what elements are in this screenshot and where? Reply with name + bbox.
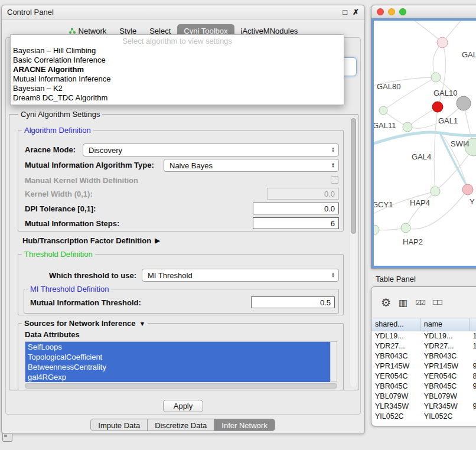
attribute-item[interactable]: gal4RGexp [25,372,330,382]
column-header-name[interactable]: name [420,318,470,331]
table-row[interactable]: YBR043CYBR043C [371,351,476,361]
which-threshold-combobox[interactable]: MI Threshold ▲▼ [142,269,339,282]
network-graph[interactable]: GAL80GAL10GAL11GAL1SWI4GAL4GCY1HAP4HAP2G… [374,21,476,267]
network-canvas[interactable]: GAL80GAL10GAL11GAL1SWI4GAL4GCY1HAP4HAP2G… [371,18,476,268]
data-attribute-list[interactable]: SelfLoopsTopologicalCoefficientBetweenne… [25,341,337,381]
close-button[interactable] [377,8,384,15]
table-cell[interactable]: YER054C [371,371,420,381]
table-cell[interactable]: YBR043C [420,351,470,361]
network-window-titlebar[interactable] [371,5,476,18]
algorithm-option[interactable]: Mutual Information Inference [11,74,344,84]
tab-infer-network[interactable]: Infer Network [214,419,275,431]
table-cell[interactable]: YDR27... [371,341,420,351]
manual-kernel-checkbox[interactable] [331,176,338,184]
table-cell[interactable]: 8. [470,371,476,381]
column-header-shared-name[interactable]: shared... [371,318,420,331]
table-cell[interactable]: YBR045C [371,381,420,392]
table-cell[interactable]: YBR045C [420,381,470,392]
table-cell[interactable]: YIL052C [371,412,420,422]
network-node[interactable] [379,106,387,115]
tab-impute-data[interactable]: Impute Data [90,419,148,431]
table-cell[interactable]: YBL079W [371,392,420,402]
network-node-label: GAL1 [438,116,458,125]
minimized-panel-icon[interactable] [2,433,12,442]
network-edge[interactable] [406,191,435,228]
float-window-icon[interactable]: □ [343,8,347,16]
attribute-item[interactable]: TopologicalCoefficient [25,352,330,362]
network-node[interactable] [462,184,473,195]
table-row[interactable]: YBR045CYBR045C9. [371,381,476,392]
table-cell[interactable]: YBL079W [420,392,470,402]
mi-steps-field[interactable] [253,217,339,229]
table-cell[interactable]: YDR27... [420,341,470,351]
algorithm-option[interactable]: Dream8 DC_TDC Algorithm [11,93,344,103]
network-edge[interactable] [434,107,438,191]
table-row[interactable]: YPR145WYPR145W9. [371,361,476,371]
network-node[interactable] [437,37,448,48]
control-panel-titlebar[interactable]: Control Panel □ ✗ [2,5,364,19]
table-cell[interactable] [470,351,476,361]
mi-type-combobox[interactable]: Naive Bayes ▲▼ [164,159,339,172]
table-row[interactable]: YDR27...YDR27...12 [371,341,476,351]
dpi-tolerance-field[interactable] [253,203,339,214]
network-node-label: GAL10 [433,89,457,97]
aracne-mode-combobox[interactable]: Discovery ▲▼ [83,144,339,156]
network-node[interactable] [403,122,412,132]
network-node[interactable] [457,96,471,110]
algorithm-definition-group: Algorithm Definition Aracne Mode: Discov… [18,130,344,231]
select-all-icon[interactable]: ☑☑ [415,299,425,306]
settings-scrollbar-thumb[interactable] [351,118,356,234]
table-row[interactable]: YLR345WYLR345W9. [371,402,476,412]
table-cell[interactable]: YPR145W [371,361,420,371]
table-cell[interactable]: 12 [470,341,476,351]
mi-threshold-field[interactable] [251,296,335,308]
apply-button[interactable]: Apply [163,400,203,412]
table-cell[interactable] [470,412,476,422]
network-node[interactable] [431,187,440,196]
table-row[interactable]: YER054CYER054C8. [371,371,476,381]
table-cell[interactable]: YER054C [420,371,470,381]
attribute-list-scrollbar[interactable] [330,342,337,381]
table-cell[interactable]: YIL052C [420,412,470,422]
algorithm-dropdown-placeholder: Select algorithm to view settings [11,36,344,46]
hub-definition-toggle[interactable]: Hub/Transcription Factor Definition ▶ [22,236,160,245]
gear-icon[interactable]: ⚙ [381,296,391,309]
table-cell[interactable]: YLR345W [420,402,470,412]
attribute-item[interactable]: BetweennessCentrality [25,362,330,372]
table-cell[interactable] [470,392,476,402]
close-icon[interactable]: ✗ [353,8,359,16]
table-cell[interactable]: 9. [470,381,476,392]
algorithm-option[interactable]: Bayesian – Hill Climbing [11,46,344,56]
network-node[interactable] [431,73,441,82]
table-cell[interactable]: YBR043C [371,351,420,361]
settings-scrollbar[interactable] [350,117,357,387]
table-cell[interactable]: 9. [470,361,476,371]
kernel-width-field[interactable] [267,188,339,200]
minimize-button[interactable] [388,8,395,15]
table-cell[interactable]: YDL19... [420,331,470,341]
table-row[interactable]: YDL19...YDL19...13 [371,331,476,341]
network-node[interactable] [374,225,379,234]
network-node[interactable] [432,102,443,112]
table-cell[interactable]: YDL19... [371,331,420,341]
algorithm-option[interactable]: Bayesian – K2 [11,84,344,93]
table-row[interactable]: YBL079WYBL079W [371,392,476,402]
attribute-list-hscrollbar[interactable] [25,383,337,389]
table-cell[interactable]: 13 [470,331,476,341]
tab-discretize-data[interactable]: Discretize Data [147,419,214,431]
table-cell[interactable]: YPR145W [420,361,470,371]
sources-toggle[interactable]: Sources for Network Inference ▼ [22,319,148,328]
algorithm-option[interactable]: ARACNE Algorithm [11,65,344,74]
deselect-all-icon[interactable]: ☐☐ [432,299,442,306]
table-cell[interactable]: 9. [470,402,476,412]
attribute-item[interactable]: SelfLoops [25,342,330,352]
algorithm-option[interactable]: Basic Correlation Inference [11,56,344,65]
table-row[interactable]: YIL052CYIL052C [371,412,476,422]
columns-icon[interactable]: ▥ [399,297,407,308]
zoom-button[interactable] [399,8,406,15]
network-node[interactable] [401,223,410,233]
column-header-clipped[interactable] [470,318,476,331]
table-cell[interactable]: YLR345W [371,402,420,412]
network-node-label: Y [470,197,475,206]
network-edge[interactable] [408,21,442,43]
